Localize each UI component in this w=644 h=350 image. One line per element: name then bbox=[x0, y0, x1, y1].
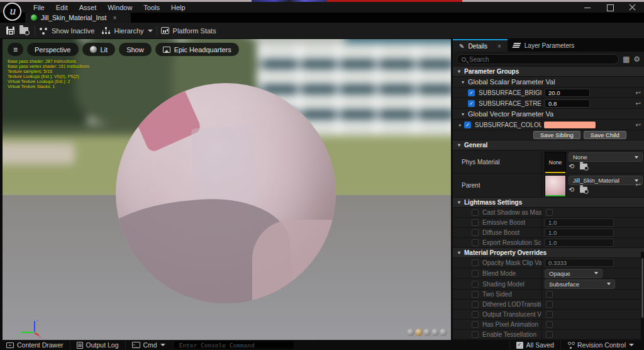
cube-shape-button[interactable] bbox=[431, 329, 439, 336]
console-command-input[interactable]: Enter Console Command bbox=[174, 341, 294, 349]
browse-to-asset-icon[interactable] bbox=[580, 187, 587, 193]
sphere-shape-button[interactable] bbox=[415, 329, 423, 336]
menu-tools[interactable]: Tools bbox=[138, 3, 165, 12]
chevron-down-icon bbox=[148, 30, 153, 32]
override-checkbox[interactable] bbox=[472, 229, 479, 236]
blend-mode-dropdown[interactable]: Opaque bbox=[545, 269, 602, 278]
override-checkbox[interactable] bbox=[472, 311, 479, 318]
override-checkbox[interactable] bbox=[472, 301, 479, 308]
browse-to-asset-icon[interactable] bbox=[580, 164, 587, 169]
output-log-button[interactable]: Output Log bbox=[70, 340, 126, 350]
chevron-down-icon bbox=[607, 283, 611, 285]
hierarchy-button[interactable]: Hierarchy bbox=[98, 25, 156, 37]
reset-to-default-icon[interactable]: ↩ bbox=[636, 89, 641, 96]
strength-value-field[interactable]: 0.8 bbox=[545, 99, 590, 108]
section-lightmass-settings[interactable]: ▾ Lightmass Settings bbox=[453, 198, 644, 208]
override-checkbox[interactable]: ✓ bbox=[468, 89, 475, 96]
diffuse-boost-field[interactable]: 1.0 bbox=[545, 229, 614, 237]
override-checkbox[interactable]: ✓ bbox=[464, 121, 471, 128]
menu-file[interactable]: File bbox=[28, 3, 50, 12]
material-preview-sphere[interactable] bbox=[116, 83, 336, 303]
tab-layer-parameters[interactable]: Layer Parameters bbox=[508, 39, 580, 52]
section-global-scalar[interactable]: ▾ Global Scalar Parameter Val bbox=[453, 77, 644, 88]
brightness-value-field[interactable]: 20.0 bbox=[545, 89, 590, 97]
section-parameter-groups[interactable]: ▾ Parameter Groups bbox=[453, 67, 644, 77]
menu-asset[interactable]: Asset bbox=[74, 3, 103, 12]
maximize-button[interactable] bbox=[606, 4, 614, 11]
platform-stats-button[interactable]: Platform Stats bbox=[157, 25, 220, 37]
asset-tab-close-icon[interactable]: × bbox=[113, 14, 116, 21]
plane-shape-button[interactable] bbox=[423, 329, 431, 336]
override-checkbox[interactable] bbox=[472, 259, 479, 266]
override-checkbox[interactable] bbox=[472, 209, 479, 216]
parent-material-thumbnail[interactable] bbox=[545, 175, 566, 196]
use-selected-asset-icon[interactable]: ⟲ bbox=[569, 186, 574, 193]
value-checkbox[interactable] bbox=[546, 209, 553, 216]
override-checkbox[interactable] bbox=[472, 239, 479, 246]
display-options-icon[interactable]: ▦ bbox=[623, 55, 630, 63]
value-checkbox[interactable] bbox=[546, 301, 553, 308]
save-sibling-button[interactable]: Save Sibling bbox=[533, 131, 580, 139]
perspective-button[interactable]: Perspective bbox=[27, 43, 78, 56]
override-checkbox[interactable] bbox=[472, 219, 479, 226]
preview-scene-button[interactable]: Epic Headquarters bbox=[155, 43, 239, 56]
section-general[interactable]: ▾ General bbox=[453, 140, 644, 150]
custom-mesh-shape-button[interactable] bbox=[440, 329, 447, 336]
browse-to-asset-icon[interactable] bbox=[19, 27, 28, 34]
export-resolution-scale-field[interactable]: 1.0 bbox=[545, 239, 614, 247]
cylinder-shape-button[interactable] bbox=[407, 329, 414, 336]
colour-swatch[interactable] bbox=[543, 121, 596, 129]
override-checkbox[interactable] bbox=[472, 270, 479, 277]
menu-help[interactable]: Help bbox=[165, 3, 191, 12]
all-saved-button[interactable]: All Saved bbox=[509, 340, 560, 350]
emissive-boost-field[interactable]: 1.0 bbox=[545, 218, 614, 227]
section-global-vector[interactable]: ▾ Global Vector Parameter Va bbox=[453, 109, 644, 120]
layers-icon bbox=[514, 42, 521, 48]
override-checkbox[interactable]: ✓ bbox=[468, 100, 475, 107]
reset-to-default-icon[interactable]: ↩ bbox=[636, 121, 641, 128]
value-checkbox[interactable] bbox=[546, 321, 553, 328]
caret-down-icon: ▾ bbox=[462, 79, 464, 85]
details-tab-bar: ✎ Details × Layer Parameters bbox=[453, 39, 644, 52]
override-checkbox[interactable] bbox=[472, 281, 479, 288]
close-window-button[interactable] bbox=[629, 4, 636, 11]
revision-control-button[interactable]: Revision Control bbox=[560, 340, 644, 350]
content-drawer-button[interactable]: Content Drawer bbox=[0, 340, 70, 350]
value-checkbox[interactable] bbox=[546, 331, 553, 338]
save-child-button[interactable]: Save Child bbox=[584, 131, 626, 139]
override-checkbox[interactable] bbox=[472, 291, 479, 298]
lit-mode-button[interactable]: Lit bbox=[82, 43, 116, 56]
use-selected-asset-icon[interactable]: ⟲ bbox=[569, 163, 574, 170]
scrollbar-thumb[interactable] bbox=[641, 258, 643, 318]
reset-to-default-icon[interactable]: ↩ bbox=[636, 181, 641, 188]
details-scrollbar[interactable] bbox=[641, 252, 644, 340]
value-checkbox[interactable] bbox=[546, 311, 553, 318]
phys-material-dropdown[interactable]: None bbox=[569, 152, 643, 162]
asset-tab-jill-skin-material-inst[interactable]: Jill_Skin_Material_Inst × bbox=[25, 13, 131, 23]
shading-model-dropdown[interactable]: Subsurface bbox=[545, 279, 615, 289]
main-area: ≡ Perspective Lit Show Epic Headquarters… bbox=[0, 39, 644, 340]
section-material-property-overrides[interactable]: ▾ Material Property Overrides bbox=[453, 248, 644, 258]
show-inactive-button[interactable]: Show Inactive bbox=[35, 25, 98, 37]
value-checkbox[interactable] bbox=[546, 291, 553, 298]
cmd-selector[interactable]: >_ Cmd bbox=[126, 340, 172, 350]
details-tab-close-icon[interactable]: × bbox=[497, 43, 501, 50]
override-checkbox[interactable] bbox=[472, 321, 479, 328]
viewport-options-button[interactable]: ≡ bbox=[8, 43, 23, 56]
expander-arrow-icon[interactable]: ▸ bbox=[459, 122, 462, 128]
search-input[interactable]: Search bbox=[457, 54, 619, 64]
gear-icon[interactable]: ⚙ bbox=[633, 55, 640, 63]
opacity-mask-clip-value-field[interactable]: 0.3333 bbox=[545, 259, 614, 267]
phys-material-thumbnail[interactable]: None bbox=[545, 152, 566, 173]
minimize-button[interactable] bbox=[584, 4, 591, 11]
menu-edit[interactable]: Edit bbox=[50, 3, 74, 12]
parent-material-dropdown[interactable]: Jill_Skin_Material bbox=[569, 176, 643, 185]
tab-details[interactable]: ✎ Details × bbox=[453, 39, 508, 52]
reset-to-default-icon[interactable]: ↩ bbox=[636, 100, 641, 107]
preview-viewport[interactable]: ≡ Perspective Lit Show Epic Headquarters… bbox=[3, 39, 451, 340]
search-icon bbox=[462, 57, 466, 62]
show-button[interactable]: Show bbox=[119, 43, 152, 56]
override-checkbox[interactable] bbox=[472, 331, 479, 338]
menu-window[interactable]: Window bbox=[102, 3, 138, 12]
save-icon[interactable] bbox=[6, 26, 14, 35]
